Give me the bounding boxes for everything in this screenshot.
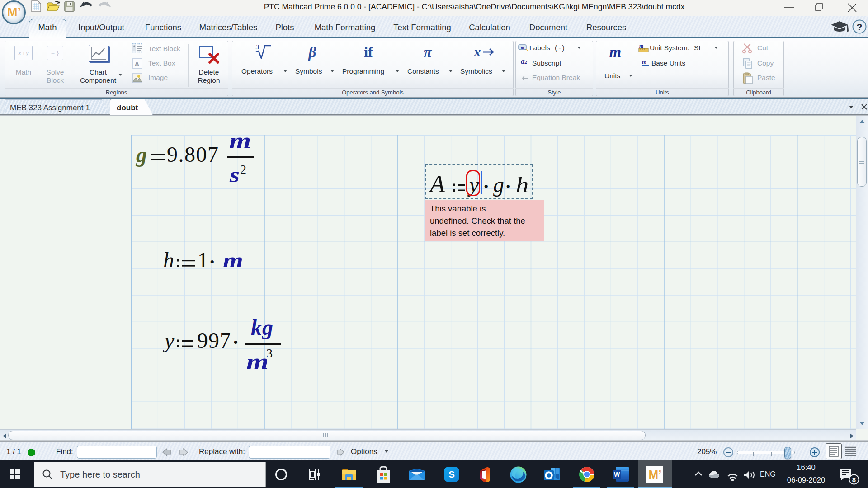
svg-text:?: ? (857, 22, 863, 32)
svg-text:W: W (614, 471, 620, 478)
svg-text:m: m (642, 59, 646, 66)
svg-text:8: 8 (852, 476, 856, 483)
